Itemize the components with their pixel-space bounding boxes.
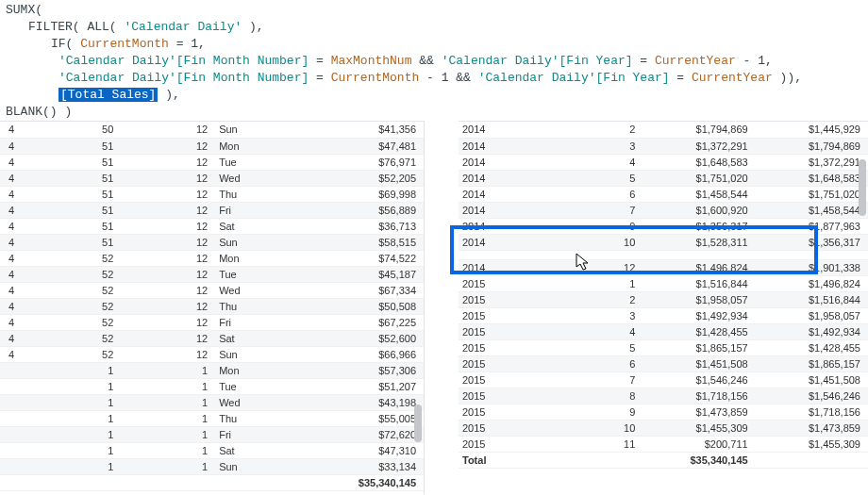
cell: $52,205 [285,170,424,186]
table-row[interactable]: 20156$1,451,508$1,865,157 [459,355,868,371]
cell: $55,005 [285,410,424,426]
cell: 1 [541,275,643,291]
table-row[interactable]: 20152$1,958,057$1,516,844 [459,291,868,307]
dax-formula-bar[interactable]: SUMX( FILTER( ALL( 'Calendar Daily' ), I… [0,0,868,123]
cell: 2 [541,122,643,138]
table-row[interactable]: 45212Tue$45,187 [0,266,424,282]
cell: 52 [22,250,121,266]
table-row[interactable]: 20153$1,492,934$1,958,057 [459,307,868,323]
cell: 12 [121,138,215,154]
table-row[interactable]: 45112Wed$52,205 [0,170,424,186]
table-row[interactable]: 45212Sun$66,966 [0,346,424,362]
cell: $1,600,920 [643,202,755,218]
cell: $41,356 [285,122,424,138]
cell: 51 [22,234,121,250]
table-row[interactable]: 20151$1,516,844$1,496,824 [459,275,868,291]
cell: $43,198 [285,394,424,410]
cell: 12 [121,346,215,362]
cell: $1,877,963 [756,218,868,234]
cell: 52 [22,266,121,282]
cell: 4 [0,346,22,362]
cell: 2015 [459,420,541,436]
table-row[interactable]: 20157$1,546,246$1,451,508 [459,371,868,388]
table-row[interactable]: 11Sun$33,134 [0,458,424,474]
table-row[interactable]: 45112Mon$47,481 [0,138,424,154]
left-data-table[interactable]: 45012Sun$41,35645112Mon$47,48145112Tue$7… [0,121,425,495]
table-row[interactable]: 20143$1,372,291$1,794,869 [459,138,868,154]
cell: Wed [215,394,285,410]
table-row[interactable]: 11Wed$43,198 [0,394,424,410]
total-label: Total [459,452,541,468]
cell: 51 [22,202,121,218]
table-row[interactable]: 20155$1,865,157$1,428,455 [459,339,868,355]
scrollbar-right[interactable] [859,122,866,476]
table-row[interactable]: 45212Thu$50,508 [0,298,424,314]
cell: 6 [541,355,643,371]
formula-line: SUMX( [6,3,42,17]
cell: 4 [0,314,22,330]
cell: 51 [22,138,121,154]
table-row[interactable]: 201510$1,455,309$1,473,859 [459,420,868,436]
table-row[interactable]: 20149$1,356,317$1,877,963 [459,218,868,234]
cell: Tue [215,266,285,282]
right-data-table[interactable]: 20142$1,794,869$1,445,92920143$1,372,291… [459,121,868,495]
cell: Mon [215,138,285,154]
cell [0,458,22,474]
cell: 4 [0,298,22,314]
cell: 4 [0,250,22,266]
cell: 2014 [459,234,541,250]
table-row[interactable]: 45212Sat$52,600 [0,330,424,346]
table-row[interactable]: 45212Mon$74,522 [0,250,424,266]
cell: 4 [0,330,22,346]
table-row[interactable]: 201511$200,711$1,455,309 [459,436,868,452]
cell: $1,492,934 [756,323,868,339]
table-row[interactable]: 11Mon$57,306 [0,362,424,378]
cell: Wed [215,170,285,186]
table-row[interactable]: 45212Fri$67,225 [0,314,424,330]
table-row[interactable]: 11Tue$51,207 [0,378,424,394]
cell: 1 [22,442,121,458]
cell: 52 [22,330,121,346]
table-row[interactable]: 20146$1,458,544$1,751,020 [459,186,868,202]
cell: $1,455,309 [756,436,868,452]
cell: 12 [121,330,215,346]
cell: 2014 [459,259,541,275]
table-row[interactable]: 45112Sun$58,515 [0,234,424,250]
total-row: Total $35,340,145 [459,452,868,468]
cell: 1 [121,426,215,442]
table-row[interactable]: 45112Tue$76,971 [0,154,424,170]
table-row[interactable]: 20159$1,473,859$1,718,156 [459,404,868,420]
table-row[interactable]: 201412$1,496,824$1,901,338 [459,259,868,275]
table-row[interactable]: 11Fri$72,620 [0,426,424,442]
table-row[interactable]: 45112Fri$56,889 [0,202,424,218]
cell: $76,971 [285,154,424,170]
cell: 4 [0,282,22,298]
table-row[interactable]: 45212Wed$67,334 [0,282,424,298]
formula-line: 'Calendar Daily'[Fin Month Number] = Cur… [6,70,862,87]
cell: 2015 [459,275,541,291]
table-row[interactable]: 45112Sat$36,713 [0,218,424,234]
table-row[interactable]: 45012Sun$41,356 [0,122,424,138]
table-row[interactable]: 45112Thu$69,998 [0,186,424,202]
table-row[interactable]: 20158$1,718,156$1,546,246 [459,388,868,404]
cell: Mon [215,250,285,266]
table-row[interactable]: 20142$1,794,869$1,445,929 [459,122,868,138]
cell: $1,901,338 [756,259,868,275]
cell: $1,546,246 [756,388,868,404]
cell: 1 [121,458,215,474]
table-row[interactable]: 20154$1,428,455$1,492,934 [459,323,868,339]
table-row[interactable]: 20147$1,600,920$1,458,544 [459,202,868,218]
table-row[interactable]: 20145$1,751,020$1,648,583 [459,170,868,186]
table-row[interactable]: 20144$1,648,583$1,372,291 [459,154,868,170]
table-row[interactable]: 11Sat$47,310 [0,442,424,458]
table-row[interactable]: 201410$1,528,311$1,356,317 [459,234,868,250]
formula-line: 'Calendar Daily'[Fin Month Number] = Max… [6,53,862,70]
cell: $56,889 [285,202,424,218]
scrollbar-left[interactable] [414,122,422,476]
cell: 12 [121,250,215,266]
cell: 5 [541,339,643,355]
cell: $1,648,583 [756,170,868,186]
cell: $52,600 [285,330,424,346]
cell: Fri [215,426,285,442]
table-row[interactable]: 11Thu$55,005 [0,410,424,426]
